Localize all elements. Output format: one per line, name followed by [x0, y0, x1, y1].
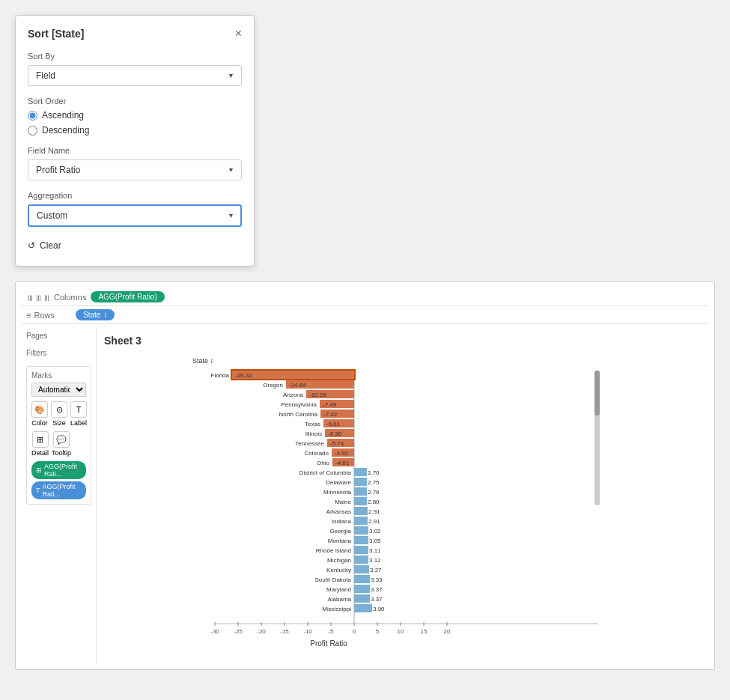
- size-button[interactable]: ⊙ Size: [51, 401, 67, 427]
- svg-text:-20: -20: [257, 628, 266, 635]
- value-kentucky: 3.27: [370, 567, 382, 573]
- field-name-label: Field Name: [28, 146, 242, 155]
- rows-shelf-label: ≡ Rows: [26, 311, 71, 320]
- bar-maryland[interactable]: [354, 585, 370, 593]
- bar-montana[interactable]: [354, 536, 368, 544]
- bar-mississippi[interactable]: [354, 604, 372, 612]
- bar-chart-svg: State ↕ -30 -25 -20 -15 -1: [104, 354, 613, 654]
- tooltip-icon: 💬: [53, 431, 70, 448]
- sort-order-radio-group: Ascending Descending: [28, 110, 242, 136]
- clear-label: Clear: [40, 240, 61, 251]
- label-pennsylvania: Pennsylvania: [281, 401, 317, 408]
- label-button[interactable]: T Label: [70, 401, 87, 427]
- svg-text:15: 15: [421, 628, 428, 635]
- label-mississippi: Mississippi: [322, 606, 351, 612]
- label-florida: Florida: [211, 372, 230, 379]
- svg-text:10: 10: [398, 628, 404, 635]
- label-tennessee: Tennessee: [295, 440, 324, 447]
- bar-delaware[interactable]: [354, 478, 367, 486]
- descending-radio[interactable]: [28, 126, 37, 136]
- bar-georgia[interactable]: [354, 526, 368, 535]
- field-name-select[interactable]: Profit Ratio: [28, 159, 242, 180]
- label-kentucky: Kentucky: [326, 567, 351, 573]
- marks-pill-label[interactable]: T AGG(Profit Rati...: [31, 481, 86, 499]
- tooltip-label: Tooltip: [52, 449, 71, 457]
- bar-arkansas[interactable]: [354, 507, 368, 515]
- sort-by-label: Sort By: [28, 52, 242, 61]
- marks-pill-color[interactable]: ⊞ AGG(Profit Rati...: [31, 461, 86, 479]
- columns-shelf-label: ⫼⫼⫼ Columns: [26, 293, 86, 302]
- value-texas: -6.61: [326, 421, 341, 427]
- bar-dc[interactable]: [354, 468, 367, 476]
- svg-text:20: 20: [444, 628, 451, 635]
- sort-order-section: Sort Order Ascending Descending: [28, 97, 242, 136]
- value-north-carolina: -7.42: [323, 411, 338, 418]
- value-alabama: 3.37: [371, 596, 383, 603]
- value-indiana: 2.91: [368, 518, 380, 525]
- value-maryland: 3.37: [371, 586, 383, 593]
- field-name-section: Field Name Profit Ratio: [28, 146, 242, 180]
- sort-by-select[interactable]: Field: [28, 65, 242, 86]
- chart-svg-container: State ↕ -30 -25 -20 -15 -1: [104, 354, 701, 656]
- sheet-title: Sheet 3: [104, 335, 701, 347]
- bar-maine[interactable]: [354, 497, 367, 505]
- bar-indiana[interactable]: [354, 517, 368, 525]
- value-maine: 2.80: [368, 499, 380, 505]
- ascending-label: Ascending: [42, 110, 84, 121]
- label-maine: Maine: [335, 499, 351, 505]
- value-rhode-island: 3.11: [369, 547, 381, 554]
- label-ohio: Ohio: [317, 460, 329, 466]
- aggregation-label: Aggregation: [28, 191, 242, 200]
- value-minnesota: 2.76: [368, 489, 380, 496]
- color-button[interactable]: 🎨 Color: [31, 401, 48, 427]
- bar-minnesota[interactable]: [354, 487, 367, 496]
- ascending-radio[interactable]: [28, 111, 37, 121]
- main-content: Pages Filters Marks Automatic 🎨 Color ⊙: [22, 327, 708, 663]
- label-icon: T: [70, 401, 87, 418]
- bar-rhode-island[interactable]: [354, 546, 368, 554]
- label-alabama: Alabama: [327, 596, 351, 603]
- scrollbar-thumb[interactable]: [594, 371, 600, 416]
- label-arkansas: Arkansas: [326, 508, 351, 515]
- clear-button[interactable]: ↺ Clear: [28, 237, 61, 254]
- detail-button[interactable]: ⊞ Detail: [31, 431, 49, 457]
- marks-pill-color-label: AGG(Profit Rati...: [44, 463, 82, 478]
- value-colorado: -4.92: [335, 450, 349, 457]
- label-illinois: Illinois: [305, 430, 322, 437]
- dialog-header: Sort [State] ×: [28, 28, 242, 40]
- left-panel: Pages Filters Marks Automatic 🎨 Color ⊙: [22, 327, 97, 663]
- descending-radio-item[interactable]: Descending: [28, 125, 242, 136]
- marks-type-select[interactable]: Automatic: [31, 383, 86, 397]
- bar-michigan[interactable]: [354, 556, 368, 564]
- value-florida: -26.32: [235, 372, 252, 379]
- aggregation-select[interactable]: Custom: [28, 204, 242, 227]
- sort-dialog: Sort [State] × Sort By Field Sort Order …: [15, 15, 255, 267]
- value-pennsylvania: -7.49: [323, 401, 337, 408]
- rows-pill-label: State: [83, 311, 100, 319]
- close-button[interactable]: ×: [235, 28, 242, 40]
- label-arizona: Arizona: [283, 392, 304, 398]
- rows-pill-sort-icon: ↕: [103, 311, 107, 319]
- tooltip-button[interactable]: 💬 Tooltip: [52, 431, 71, 457]
- size-label: Size: [52, 419, 66, 427]
- marks-pill-color-icon: ⊞: [36, 466, 42, 474]
- ascending-radio-item[interactable]: Ascending: [28, 110, 242, 121]
- svg-text:-5: -5: [328, 628, 334, 635]
- columns-pill[interactable]: AGG(Profit Ratio): [91, 291, 164, 302]
- chart-area: Sheet 3 State ↕ -30 -25: [97, 327, 708, 663]
- rows-shelf: ≡ Rows State ↕: [22, 306, 708, 324]
- sort-by-wrapper: Field: [28, 65, 242, 86]
- rows-pill[interactable]: State ↕: [76, 309, 115, 320]
- aggregation-section: Aggregation Custom: [28, 191, 242, 227]
- tableau-workspace: ⫼⫼⫼ Columns AGG(Profit Ratio) ≡ Rows Sta…: [15, 281, 715, 670]
- marks-icon-row: 🎨 Color ⊙ Size T Label: [31, 401, 86, 427]
- size-icon: ⊙: [51, 401, 67, 418]
- label-georgia: Georgia: [330, 528, 352, 535]
- color-icon: 🎨: [31, 401, 48, 418]
- value-michigan: 3.12: [369, 557, 381, 564]
- bar-kentucky[interactable]: [354, 565, 369, 573]
- svg-text:5: 5: [376, 628, 380, 635]
- bar-alabama[interactable]: [354, 594, 370, 603]
- aggregation-wrapper: Custom: [28, 204, 242, 227]
- bar-south-dakota[interactable]: [354, 575, 370, 583]
